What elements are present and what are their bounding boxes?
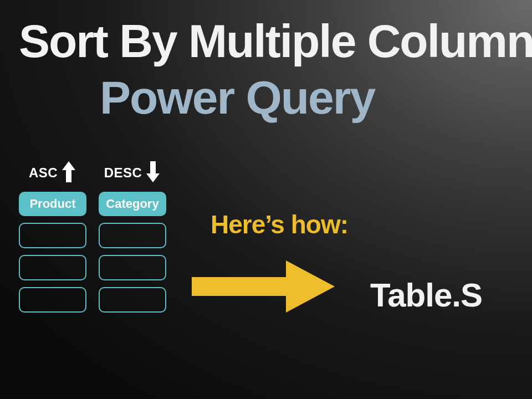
column-cell-empty [99,223,166,248]
arrow-right-icon [186,250,341,325]
sort-label: ASC [29,165,58,181]
column-category: DESC Category [99,161,166,313]
sort-label: DESC [104,165,142,181]
column-header: Category [99,192,166,216]
column-header: Product [19,192,86,216]
subtitle-text: Power Query [100,71,375,125]
column-cell-empty [19,223,86,248]
hint-text: Here’s how: [211,209,348,239]
sort-indicator-desc: DESC [99,161,166,185]
column-cell-empty [19,287,86,313]
column-cell-empty [99,255,166,280]
column-cell-empty [99,287,166,313]
title-text: Sort By Multiple Columns [19,14,532,68]
arrow-up-icon [61,160,76,186]
sort-indicator-asc: ASC [19,161,86,185]
code-snippet: Table.S [370,276,482,314]
column-product: ASC Product [19,161,86,313]
columns-illustration: ASC Product DESC Category [19,161,166,313]
arrow-down-icon [145,160,161,186]
column-cell-empty [19,255,86,280]
